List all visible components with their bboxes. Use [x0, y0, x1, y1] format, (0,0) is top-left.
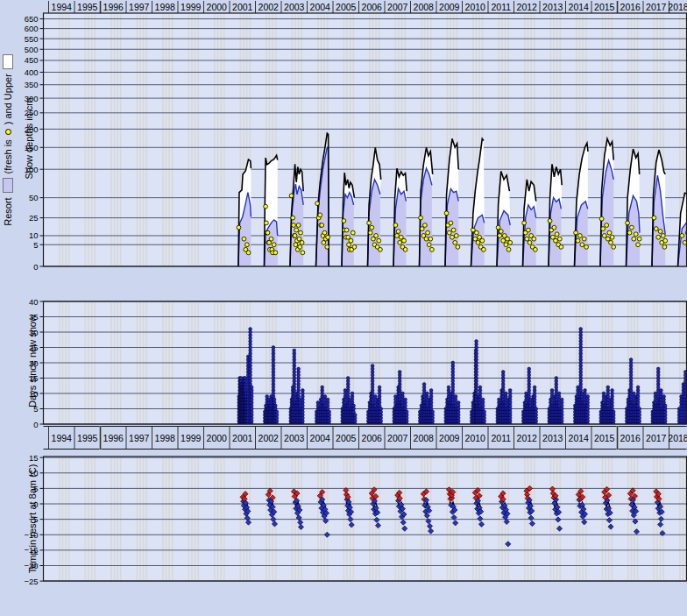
days-since-snow-dot [404, 398, 407, 401]
fresh-snow-dot [599, 216, 604, 221]
days-since-snow-dot [636, 404, 640, 407]
days-since-snow-dot [293, 355, 296, 358]
days-since-snow-dot [533, 404, 536, 407]
fresh-snow-dot [661, 234, 665, 238]
days-since-snow-dot [475, 383, 478, 386]
p1-ylabel-fresh: (fresh is [3, 139, 13, 173]
month-stripe [166, 457, 167, 581]
days-since-snow-dot [451, 379, 455, 383]
days-since-snow-dot [405, 414, 408, 417]
days-since-snow-dot [250, 392, 253, 395]
month-stripe [534, 457, 535, 581]
days-since-snow-dot [528, 367, 531, 371]
days-since-snow-dot [301, 398, 305, 401]
days-since-snow-dot [660, 389, 663, 393]
year-label: 2015 [594, 433, 615, 443]
days-since-snow-dot [249, 340, 252, 343]
fresh-snow-dot [264, 204, 268, 209]
days-since-snow-dot [636, 398, 640, 401]
year-label: 2018 [668, 433, 687, 443]
days-since-snow-dot [586, 395, 590, 399]
days-since-snow-dot [328, 414, 331, 417]
year-label: 2002 [259, 433, 280, 443]
days-since-snow-dot [293, 361, 296, 365]
days-since-snow-dot [379, 416, 383, 420]
days-since-snow-dot [629, 365, 633, 368]
fresh-snow-dot [296, 223, 301, 228]
days-since-snow-dot [478, 395, 482, 399]
month-stripe [576, 457, 577, 581]
month-stripe [188, 457, 190, 581]
days-since-snow-dot [636, 389, 640, 393]
month-stripe [327, 457, 329, 581]
days-since-snow-dot [481, 407, 485, 411]
days-since-snow-dot [475, 349, 478, 352]
fresh-snow-dot [630, 225, 634, 230]
days-since-snow-dot [379, 414, 383, 417]
days-since-snow-dot [293, 352, 296, 356]
days-since-snow-dot [272, 346, 275, 350]
year-label: 2004 [310, 433, 331, 443]
days-since-snow-dot [293, 365, 296, 368]
days-since-snow-dot [457, 404, 460, 407]
days-since-snow-dot [293, 383, 296, 386]
days-since-snow-dot [297, 386, 301, 389]
days-since-snow-dot [629, 373, 633, 377]
days-since-snow-dot [273, 404, 277, 407]
month-stripe [168, 457, 170, 581]
days-since-snow-dot [425, 395, 428, 399]
days-since-snow-dot [663, 410, 667, 414]
days-since-snow-dot [378, 398, 381, 401]
month-stripe [637, 457, 639, 581]
fresh-snow-dot [428, 237, 433, 241]
days-since-snow-dot [297, 377, 301, 380]
days-since-snow-dot [579, 334, 583, 337]
days-since-snow-dot [431, 410, 435, 414]
year-label: 1999 [181, 433, 202, 443]
year-label: 2007 [387, 433, 408, 443]
fresh-snow-dot [576, 238, 580, 243]
days-since-snow-dot [475, 373, 478, 377]
days-since-snow-dot [293, 358, 296, 362]
days-since-snow-dot [398, 389, 401, 393]
fresh-snow-dot [424, 237, 428, 241]
days-since-snow-dot [508, 410, 512, 414]
month-stripe [114, 13, 116, 266]
days-since-snow-dot [275, 416, 279, 420]
fresh-snow-dot [322, 230, 327, 235]
fresh-snow-dot [634, 232, 638, 237]
days-since-snow-dot [475, 377, 478, 380]
days-since-snow-dot [528, 395, 531, 399]
fresh-snow-dot [291, 216, 295, 220]
month-stripe [369, 457, 371, 581]
days-since-snow-dot [555, 379, 558, 383]
days-since-snow-dot [550, 389, 554, 393]
year-label: 2011 [491, 2, 511, 12]
days-since-snow-dot [379, 410, 383, 414]
days-since-snow-dot [249, 377, 252, 380]
month-stripe [120, 13, 122, 266]
days-since-snow-dot [478, 386, 482, 389]
month-stripe [398, 457, 400, 581]
days-since-snow-dot [429, 401, 433, 405]
days-since-snow-dot [373, 395, 377, 399]
days-since-snow-dot [483, 416, 486, 420]
fresh-snow-dot [374, 234, 379, 238]
days-since-snow-dot [272, 386, 275, 389]
days-since-snow-dot [629, 377, 633, 380]
month-stripe [65, 13, 67, 266]
fresh-snow-dot [315, 202, 320, 206]
fresh-snow-dot [325, 244, 329, 249]
resort-fill-swatch-icon [3, 178, 13, 193]
fresh-snow-dot [403, 247, 407, 251]
days-since-snow-dot [579, 346, 583, 350]
fresh-snow-dot [557, 237, 562, 241]
month-stripe [143, 13, 145, 266]
days-since-snow-dot [425, 392, 428, 395]
days-since-snow-dot [475, 386, 478, 389]
days-since-snow-dot [301, 410, 305, 414]
days-since-snow-dot [505, 392, 508, 395]
month-stripe [424, 457, 426, 581]
fresh-snow-dot [476, 240, 480, 244]
days-since-snow-dot [508, 395, 512, 399]
